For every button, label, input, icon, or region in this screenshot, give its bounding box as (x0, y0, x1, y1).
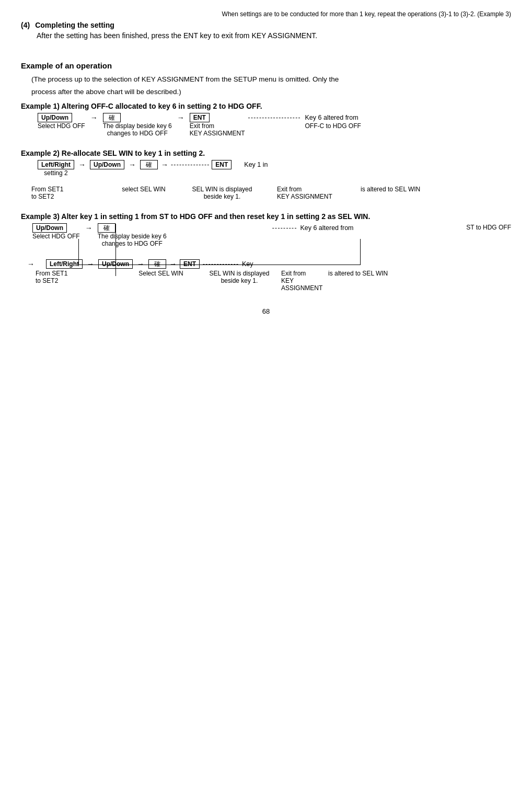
ex3-top-flow-row: Up/Down → 確 - - - - - - - - - Key 6 alte… (31, 224, 355, 233)
example-heading: Example of an operation (21, 61, 511, 70)
ex2-from-label: From SET1 to SET2 (31, 186, 78, 200)
ex3-bottom-key1: Left/Right (46, 259, 83, 269)
ex2-result: Key 1 in (244, 161, 268, 168)
example-subtext2: process after the above chart will be de… (31, 87, 511, 97)
ex1-arrow2: → (177, 113, 184, 122)
intro-text: When settings are to be conducted for mo… (21, 10, 511, 18)
ex1-label-row: Select HDG OFF The display beside key 6 … (37, 122, 362, 137)
ex2-key1: Left/Right (38, 160, 74, 169)
ex2-flow-table: Left/Right → Up/Down → 確 → - - - - - - -… (37, 160, 269, 177)
step4-label: (4) (21, 21, 30, 29)
ex3-from-label: From SET1 to SET2 (36, 270, 83, 284)
ex3-display-label: SEL WIN is displayed beside key 1. (203, 270, 276, 284)
ex3-top-arrow1: → (85, 224, 92, 232)
ex3-exit-label: Exit from KEY ASSIGNMENT (281, 270, 323, 292)
ex1-label4: OFF-C to HDG OFF (302, 122, 362, 137)
ex2-result-label: is altered to SEL WIN (361, 186, 420, 200)
ex2-title: Example 2) Re-allocate SEL WIN to key 1 … (21, 149, 511, 157)
ex2-labels-detail: From SET1 to SET2 select SEL WIN SEL WIN… (31, 186, 420, 200)
ex3-top-dashes: - - - - - - - - - (272, 224, 296, 232)
ex3-top-display1: 確 (98, 223, 115, 233)
ex2-dashes: - - - - - - - - - - - - - - (171, 161, 209, 168)
page-number: 68 (21, 307, 511, 315)
ex1-title: Example 1) Altering OFF-C allocated to k… (21, 102, 511, 110)
ex1-label2: The display beside key 6 changes to HDG … (102, 122, 173, 137)
step4-title: Completing the setting (35, 21, 114, 29)
ex2-arrow2: → (129, 160, 136, 169)
ex2-flow-row: Left/Right → Up/Down → 確 → - - - - - - -… (37, 160, 269, 169)
page-content: When settings are to be conducted for mo… (21, 10, 511, 292)
ex2-exit-label: Exit from KEY ASSIGNMENT (277, 186, 350, 200)
ex1-flow-row: Up/Down → 確 → ENT - - - - - - - - - - - … (37, 113, 362, 122)
ex1-key2: ENT (190, 113, 210, 122)
ex1-display1: 確 (103, 113, 121, 122)
ex2-key3: ENT (212, 160, 232, 169)
ex3-result-label: is altered to SEL WIN (328, 270, 388, 277)
ex2-key2: Up/Down (90, 160, 124, 169)
ex3-top-hdg-label: ST to HDG OFF (466, 224, 511, 231)
ex1-label1: Select HDG OFF (37, 122, 86, 137)
ex3-top-result: Key 6 altered from (300, 224, 353, 232)
ex1-dashes: - - - - - - - - - - - - - - - - - - - (248, 114, 300, 121)
ex2-display1: 確 (140, 160, 158, 169)
ex2-arrow3: → (161, 160, 168, 169)
ex2-labels-row: From SET1 to SET2 select SEL WIN SEL WIN… (31, 186, 420, 200)
ex2-label-row: setting 2 (37, 169, 269, 177)
ex1-arrow1: → (90, 113, 98, 122)
ex2-display-label: SEL WIN is displayed beside key 1. (188, 186, 256, 200)
ex2-arrow1: → (78, 160, 86, 169)
ex3-top-label1: Select HDG OFF (31, 233, 81, 247)
step4-content: After the setting has been finished, pre… (37, 31, 511, 40)
ex2-label1: setting 2 (37, 169, 75, 177)
ex1-key1: Up/Down (38, 113, 72, 122)
ex1-flow-table: Up/Down → 確 → ENT - - - - - - - - - - - … (37, 113, 362, 137)
ex1-result: Key 6 altered from (305, 114, 358, 121)
ex3-loop-arrow: → (26, 260, 34, 268)
ex3-select-label: Select SEL WIN (130, 270, 192, 277)
ex1-label3: Exit from KEY ASSIGNMENT (189, 122, 246, 137)
example-subtext1: (The process up to the selection of KEY … (31, 74, 511, 85)
ex3-title: Example 3) Alter key 1 in setting 1 from… (21, 212, 511, 221)
ex3-top-key1: Up/Down (32, 223, 67, 233)
ex2-select-label: select SEL WIN (110, 186, 178, 200)
